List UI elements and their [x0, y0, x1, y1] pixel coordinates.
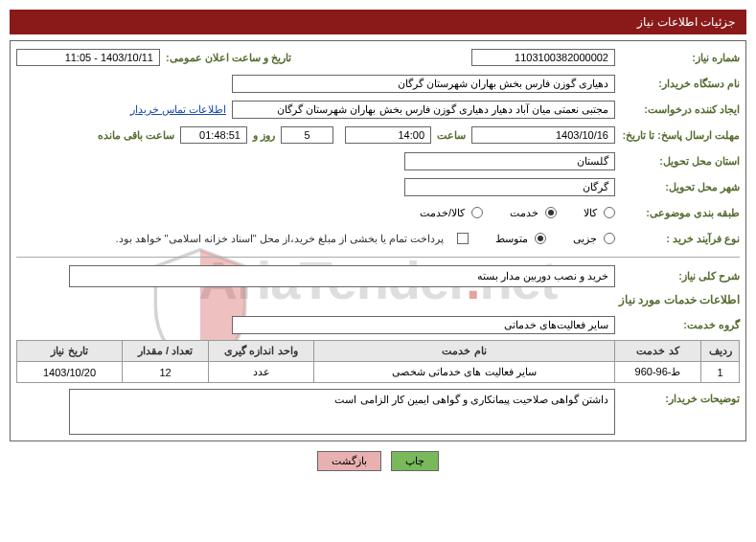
th-date: تاریخ نیاز — [17, 341, 123, 362]
th-row: ردیف — [701, 341, 740, 362]
radio-jozie-label: جزیی — [573, 233, 597, 245]
subject-class-label: طبقه بندی موضوعی: — [615, 207, 740, 219]
deadline-time: 14:00 — [345, 126, 431, 144]
print-button[interactable]: چاپ — [391, 451, 439, 471]
deadline-days-label: روز و — [247, 129, 281, 142]
table-row: 1 ط-96-960 سایر فعالیت های خدماتی شخصی ع… — [17, 362, 740, 383]
radio-khadmat[interactable] — [545, 207, 557, 218]
subject-class-radios: کالا خدمت کالا/خدمت — [420, 207, 615, 219]
treasury-checkbox[interactable] — [457, 233, 469, 244]
process-type-label: نوع فرآیند خرید : — [615, 233, 740, 245]
requester-value: مجتبی نعمتی میان آباد دهیار دهیاری گوزن … — [232, 101, 615, 119]
radio-motevaset[interactable] — [535, 233, 546, 244]
back-button[interactable]: بازگشت — [317, 451, 381, 471]
th-qty: تعداد / مقدار — [123, 341, 209, 362]
deadline-date: 1403/10/16 — [471, 126, 615, 144]
buyer-notes-value: داشتن گواهی صلاحیت پیمانکاری و گواهی ایم… — [69, 389, 615, 435]
treasury-note: پرداخت تمام یا بخشی از مبلغ خرید،از محل … — [115, 233, 449, 245]
radio-motevaset-label: متوسط — [495, 233, 528, 245]
th-unit: واحد اندازه گیری — [209, 341, 314, 362]
deadline-label: مهلت ارسال پاسخ: تا تاریخ: — [615, 129, 740, 142]
details-panel: شماره نیاز: 1103100382000002 تاریخ و ساع… — [10, 40, 746, 441]
req-number-value: 1103100382000002 — [471, 49, 615, 66]
radio-kala[interactable] — [604, 207, 615, 218]
deadline-clock: 01:48:51 — [180, 126, 247, 144]
process-type-radios: جزیی متوسط پرداخت تمام یا بخشی از مبلغ خ… — [115, 233, 615, 245]
radio-kala-label: کالا — [584, 207, 597, 219]
footer-buttons: چاپ بازگشت — [0, 451, 756, 471]
deadline-remaining-label: ساعت باقی مانده — [92, 129, 180, 142]
radio-khadmat-label: خدمت — [510, 207, 538, 219]
province-value: گلستان — [404, 152, 615, 170]
panel-header: جزئیات اطلاعات نیاز — [10, 10, 746, 34]
panel-title: جزئیات اطلاعات نیاز — [637, 15, 735, 29]
buyer-notes-label: توضیحات خریدار: — [615, 389, 740, 405]
td-qty: 12 — [123, 362, 209, 383]
th-name: نام خدمت — [314, 341, 615, 362]
req-number-label: شماره نیاز: — [615, 52, 740, 64]
radio-jozie[interactable] — [604, 233, 615, 244]
buyer-org-value: دهیاری گوزن فارس بخش بهاران شهرستان گرگا… — [232, 75, 615, 93]
services-section-title: اطلاعات خدمات مورد نیاز — [16, 293, 740, 306]
announce-label: تاریخ و ساعت اعلان عمومی: — [160, 52, 297, 64]
deadline-days: 5 — [281, 126, 333, 144]
service-group-label: گروه خدمت: — [615, 319, 740, 331]
services-table: ردیف کد خدمت نام خدمت واحد اندازه گیری ت… — [16, 340, 740, 383]
overall-desc-value: خرید و نصب دوربین مدار بسته — [69, 265, 615, 287]
td-row: 1 — [701, 362, 740, 383]
th-code: کد خدمت — [615, 341, 701, 362]
td-name: سایر فعالیت های خدماتی شخصی — [314, 362, 615, 383]
overall-desc-label: شرح کلی نیاز: — [615, 270, 740, 282]
city-value: گرگان — [404, 178, 615, 196]
td-code: ط-96-960 — [615, 362, 701, 383]
td-unit: عدد — [209, 362, 314, 383]
deadline-time-label: ساعت — [431, 129, 471, 142]
service-group-value: سایر فعالیت‌های خدماتی — [232, 316, 615, 334]
radio-kala-khadmat[interactable] — [471, 207, 483, 218]
announce-value: 1403/10/11 - 11:05 — [16, 49, 160, 66]
radio-kala-khadmat-label: کالا/خدمت — [420, 207, 465, 219]
buyer-org-label: نام دستگاه خریدار: — [615, 78, 740, 90]
province-label: استان محل تحویل: — [615, 155, 740, 168]
city-label: شهر محل تحویل: — [615, 181, 740, 193]
requester-label: ایجاد کننده درخواست: — [615, 103, 740, 116]
td-date: 1403/10/20 — [17, 362, 123, 383]
contact-buyer-link[interactable]: اطلاعات تماس خریدار — [130, 103, 232, 116]
